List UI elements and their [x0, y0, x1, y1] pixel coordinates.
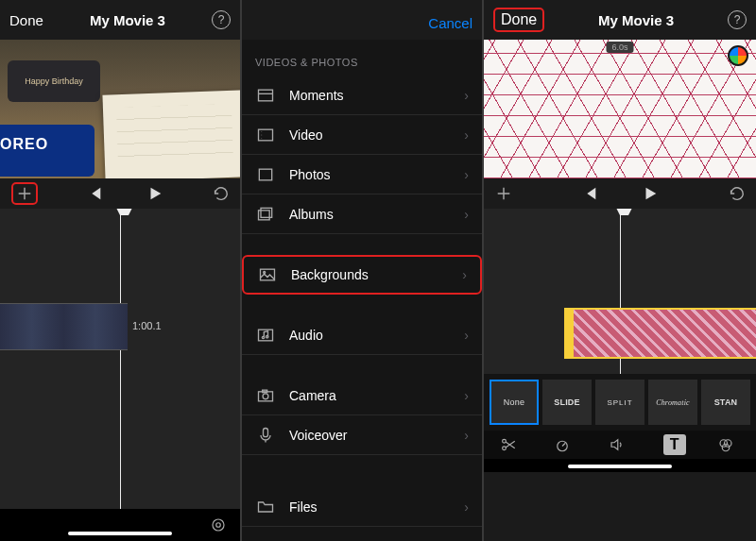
- timeline[interactable]: 1:00.1: [0, 209, 240, 509]
- effect-none[interactable]: None: [490, 380, 539, 425]
- row-files[interactable]: Files ›: [242, 487, 482, 527]
- clip-handle[interactable]: [564, 308, 574, 359]
- speed-icon[interactable]: [554, 436, 576, 453]
- svg-rect-10: [261, 269, 275, 280]
- help-icon[interactable]: ?: [212, 10, 231, 29]
- effect-stan[interactable]: STAN: [701, 380, 750, 425]
- chevron-right-icon: ›: [464, 88, 469, 103]
- video-preview[interactable]: Happy Birthday: [0, 40, 240, 178]
- playhead[interactable]: [120, 209, 121, 509]
- svg-point-24: [722, 444, 730, 451]
- effect-label: STAN: [714, 397, 738, 407]
- albums-icon: [255, 205, 276, 224]
- svg-point-1: [216, 523, 221, 528]
- moments-icon: [255, 86, 276, 105]
- undo-button[interactable]: [728, 185, 745, 202]
- transport-bar: [484, 178, 756, 209]
- row-moments[interactable]: Moments ›: [242, 76, 482, 115]
- row-label: Audio: [289, 328, 451, 343]
- svg-rect-2: [259, 90, 273, 101]
- effect-slide[interactable]: SLIDE: [542, 380, 592, 425]
- row-voiceover[interactable]: Voiceover ›: [242, 415, 482, 455]
- audio-icon: [255, 326, 276, 345]
- row-label: Backgrounds: [291, 267, 449, 282]
- row-albums[interactable]: Albums ›: [242, 194, 482, 234]
- done-button[interactable]: Done: [493, 8, 544, 32]
- svg-point-5: [261, 134, 262, 135]
- header: Done My Movie 3 ?: [484, 0, 756, 40]
- timeline[interactable]: [484, 209, 756, 374]
- media-picker-panel: Cancel VIDEOS & PHOTOS Moments › Video ›…: [242, 0, 482, 541]
- prev-frame-button[interactable]: [581, 185, 598, 202]
- row-camera[interactable]: Camera ›: [242, 376, 482, 415]
- scissors-icon[interactable]: [500, 436, 523, 453]
- done-label: Done: [501, 11, 537, 27]
- home-indicator: [568, 465, 672, 468]
- chevron-right-icon: ›: [464, 428, 469, 443]
- play-button[interactable]: [642, 185, 659, 202]
- effect-split[interactable]: SPLIT: [595, 380, 644, 425]
- undo-button[interactable]: [212, 185, 229, 202]
- volume-icon[interactable]: [609, 436, 631, 453]
- svg-rect-7: [259, 169, 271, 180]
- chevron-right-icon: ›: [464, 167, 469, 182]
- row-label: Files: [289, 499, 451, 515]
- transport-bar: [0, 178, 240, 209]
- preview-photo-card: Happy Birthday: [8, 60, 100, 102]
- edit-tools-bar: T: [484, 431, 756, 459]
- filters-icon[interactable]: [717, 436, 740, 453]
- row-label: Camera: [289, 388, 451, 403]
- project-title: My Movie 3: [90, 12, 165, 28]
- clip-duration-label: 1:00.1: [132, 320, 162, 331]
- effect-chromatic[interactable]: Chromatic: [648, 380, 697, 425]
- add-media-button[interactable]: [11, 182, 38, 205]
- video-icon: [255, 126, 276, 144]
- clip-duration-pill: 6.0s: [606, 42, 633, 53]
- home-indicator: [68, 532, 172, 535]
- preview-photo-oreo: [0, 125, 94, 177]
- add-media-button[interactable]: [495, 185, 512, 202]
- row-photos[interactable]: Photos ›: [242, 155, 482, 194]
- svg-point-0: [213, 519, 224, 531]
- chevron-right-icon: ›: [464, 207, 469, 222]
- chevron-right-icon: ›: [464, 388, 469, 403]
- svg-point-6: [261, 137, 262, 138]
- backgrounds-icon: [257, 265, 278, 284]
- photos-icon: [255, 165, 276, 184]
- row-label: Photos: [289, 167, 451, 182]
- chevron-right-icon: ›: [464, 328, 469, 343]
- svg-rect-9: [261, 208, 272, 217]
- camera-icon: [255, 386, 276, 405]
- cancel-button[interactable]: Cancel: [428, 15, 472, 31]
- text-icon[interactable]: T: [663, 434, 686, 455]
- svg-rect-3: [259, 129, 273, 141]
- color-picker-button[interactable]: [728, 45, 748, 66]
- row-label: Video: [289, 127, 451, 143]
- video-preview[interactable]: 6.0s: [484, 40, 756, 178]
- prev-frame-button[interactable]: [86, 185, 103, 202]
- editor-panel-left: Done My Movie 3 ? Happy Birthday 1:00.1: [0, 0, 240, 541]
- background-pattern: [484, 40, 756, 178]
- header: Cancel: [242, 0, 482, 40]
- done-button[interactable]: Done: [9, 12, 43, 28]
- timeline-clip[interactable]: [574, 308, 756, 359]
- help-icon[interactable]: ?: [728, 10, 747, 29]
- timeline-clip[interactable]: [0, 303, 128, 350]
- svg-point-16: [263, 393, 268, 398]
- chevron-right-icon: ›: [464, 499, 469, 515]
- row-video[interactable]: Video ›: [242, 115, 482, 155]
- svg-point-4: [261, 131, 262, 132]
- settings-gear-icon[interactable]: [210, 516, 227, 533]
- chevron-right-icon: ›: [464, 127, 469, 143]
- row-backgrounds[interactable]: Backgrounds ›: [242, 255, 482, 295]
- row-audio[interactable]: Audio ›: [242, 315, 482, 355]
- files-icon: [255, 498, 276, 516]
- section-header: VIDEOS & PHOTOS: [242, 40, 482, 76]
- bottom-bar: [0, 509, 240, 541]
- effect-label: Chromatic: [656, 398, 690, 407]
- chevron-right-icon: ›: [462, 267, 467, 282]
- effect-label: SLIDE: [554, 397, 580, 407]
- svg-point-11: [264, 272, 266, 274]
- voiceover-icon: [255, 426, 276, 445]
- play-button[interactable]: [146, 185, 163, 202]
